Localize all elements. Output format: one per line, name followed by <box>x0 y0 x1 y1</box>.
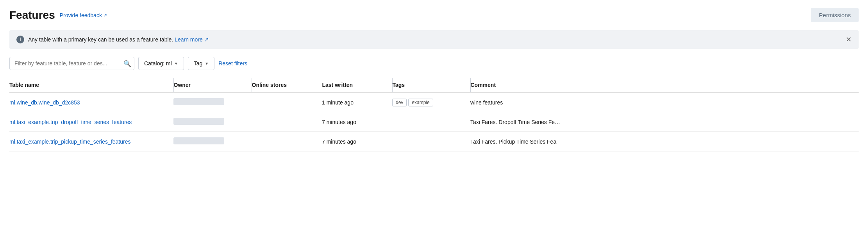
header-left: Features Provide feedback ↗ <box>9 9 107 22</box>
col-header-comment: Comment <box>470 78 859 92</box>
table-row: ml.taxi_example.trip_dropoff_time_series… <box>9 112 859 132</box>
search-container: 🔍 <box>9 57 134 70</box>
col-header-online-stores: Online stores <box>252 78 322 92</box>
reset-filters-button[interactable]: Reset filters <box>218 60 247 67</box>
search-button[interactable]: 🔍 <box>123 60 131 67</box>
learn-more-link[interactable]: Learn more ↗ <box>175 36 209 43</box>
features-table: Table name Owner Online stores Last writ… <box>9 78 859 151</box>
page-title: Features <box>9 9 55 22</box>
comment-cell: Taxi Fares. Pickup Time Series Fea <box>470 132 859 151</box>
external-link-icon: ↗ <box>103 13 107 18</box>
tags-cell <box>392 132 470 151</box>
info-icon: i <box>16 36 24 43</box>
filter-row: 🔍 Catalog: ml ▼ Tag ▼ Reset filters <box>9 57 859 70</box>
owner-placeholder <box>173 98 224 105</box>
owner-placeholder <box>173 118 224 125</box>
tags-cell: devexample <box>392 92 470 112</box>
col-header-owner: Owner <box>173 78 252 92</box>
online-stores-cell <box>252 92 322 112</box>
last-written-cell: 1 minute ago <box>322 92 392 112</box>
chevron-down-icon: ▼ <box>205 61 209 66</box>
search-input[interactable] <box>9 57 134 70</box>
info-banner: i Any table with a primary key can be us… <box>9 30 859 49</box>
catalog-dropdown[interactable]: Catalog: ml ▼ <box>138 57 184 70</box>
col-header-name: Table name <box>9 78 173 92</box>
col-header-tags: Tags <box>392 78 470 92</box>
banner-close-icon[interactable]: ✕ <box>846 36 852 43</box>
external-icon: ↗ <box>204 36 209 43</box>
online-stores-cell <box>252 112 322 132</box>
online-stores-cell <box>252 132 322 151</box>
col-header-last-written: Last written <box>322 78 392 92</box>
tag-badge: example <box>408 99 433 106</box>
search-icon: 🔍 <box>123 60 131 67</box>
feature-table-link[interactable]: ml.taxi_example.trip_pickup_time_series_… <box>9 139 130 145</box>
permissions-button[interactable]: Permissions <box>811 8 859 22</box>
last-written-cell: 7 minutes ago <box>322 132 392 151</box>
feedback-link[interactable]: Provide feedback ↗ <box>60 12 107 18</box>
feature-table-link[interactable]: ml.wine_db.wine_db_d2c853 <box>9 99 80 106</box>
table-row: ml.taxi_example.trip_pickup_time_series_… <box>9 132 859 151</box>
comment-cell: wine features <box>470 92 859 112</box>
last-written-cell: 7 minutes ago <box>322 112 392 132</box>
page-header: Features Provide feedback ↗ Permissions <box>9 8 859 22</box>
banner-text: Any table with a primary key can be used… <box>28 36 209 43</box>
owner-placeholder <box>173 137 224 144</box>
comment-cell: Taxi Fares. Dropoff Time Series Fe… <box>470 112 859 132</box>
table-row: ml.wine_db.wine_db_d2c8531 minute agodev… <box>9 92 859 112</box>
feature-table-link[interactable]: ml.taxi_example.trip_dropoff_time_series… <box>9 119 132 125</box>
tags-cell <box>392 112 470 132</box>
tag-badge: dev <box>392 99 407 106</box>
tag-dropdown[interactable]: Tag ▼ <box>188 57 214 70</box>
table-header-row: Table name Owner Online stores Last writ… <box>9 78 859 92</box>
chevron-down-icon: ▼ <box>174 61 178 66</box>
